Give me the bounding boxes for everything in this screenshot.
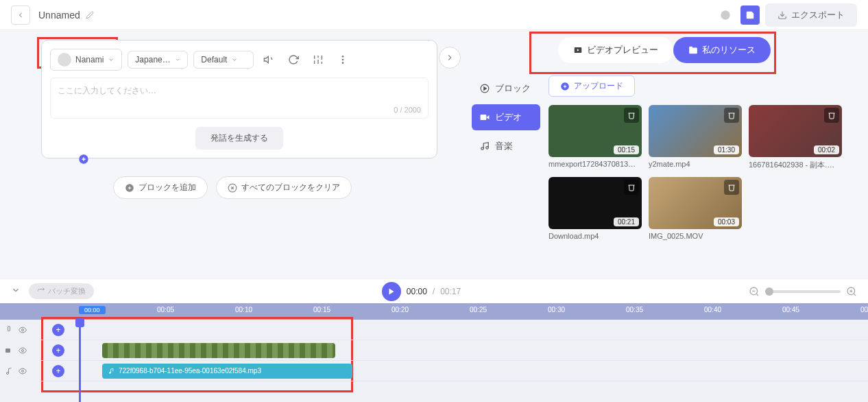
eye-icon[interactable]: [18, 326, 27, 334]
time-current: 00:00: [407, 287, 427, 296]
svg-line-27: [756, 294, 758, 296]
trash-icon: [727, 183, 736, 191]
svg-line-30: [854, 294, 856, 296]
track-video[interactable]: +: [41, 340, 868, 361]
batch-convert-button[interactable]: バッチ変換: [29, 283, 94, 299]
download-icon: [777, 10, 787, 20]
speaker-button[interactable]: [259, 50, 278, 69]
project-title: Unnamed: [38, 10, 80, 21]
clear-blocks-button[interactable]: すべてのブロックをクリア: [216, 176, 352, 199]
eye-icon[interactable]: [18, 346, 27, 355]
back-button[interactable]: [11, 5, 30, 25]
svg-point-33: [22, 329, 24, 331]
delete-button[interactable]: [624, 108, 639, 123]
track-audio[interactable]: + 722f0968-b704-11ee-95ea-00163e02f584.m…: [41, 361, 868, 381]
expand-panel-button[interactable]: [439, 47, 461, 69]
svg-point-0: [721, 10, 730, 19]
svg-point-11: [342, 62, 344, 64]
export-button[interactable]: エクスポート: [765, 3, 857, 27]
delete-button[interactable]: [824, 108, 839, 123]
video-thumbnail[interactable]: 00:21 Download.mp4: [548, 177, 642, 240]
video-clip[interactable]: [102, 343, 335, 358]
trash-icon: [627, 111, 636, 119]
svg-point-22: [481, 147, 484, 150]
zoom-slider[interactable]: [765, 290, 841, 293]
music-icon: [480, 141, 490, 151]
add-clip-button[interactable]: +: [52, 344, 64, 357]
music-icon: [108, 368, 114, 375]
timeline-collapse-button[interactable]: [11, 285, 23, 298]
refresh-icon: [288, 54, 299, 65]
svg-marker-25: [389, 288, 394, 294]
more-button[interactable]: [333, 50, 352, 69]
save-button[interactable]: [740, 5, 760, 25]
svg-marker-20: [486, 115, 489, 119]
zoom-in-button[interactable]: [846, 286, 857, 297]
time-total: 00:17: [440, 287, 461, 296]
voice-selector[interactable]: Nanami: [50, 49, 122, 71]
video-thumbnail[interactable]: 00:02 1667816402938 - 副本.…: [749, 105, 842, 170]
ruler-tick: 00:05: [157, 306, 174, 314]
sidebar-item-music[interactable]: 音楽: [472, 133, 540, 159]
add-clip-button[interactable]: +: [52, 365, 64, 377]
play-button[interactable]: [382, 282, 401, 301]
duration-badge: 00:02: [814, 145, 839, 154]
text-input[interactable]: ここに入力してください… 0 / 2000: [50, 78, 429, 119]
svg-rect-34: [5, 348, 10, 353]
eye-icon[interactable]: [18, 367, 27, 375]
ruler-tick: 00:25: [470, 306, 487, 314]
ruler-tick: 00:35: [626, 306, 643, 314]
delete-button[interactable]: [624, 180, 639, 195]
ruler-tick: 00:15: [313, 306, 330, 314]
add-paragraph-button[interactable]: [78, 154, 89, 165]
delete-button[interactable]: [724, 108, 739, 123]
sidebar-video-label: ビデオ: [495, 111, 522, 123]
svg-marker-2: [265, 56, 269, 62]
ruler-tick: 00:50: [860, 306, 868, 314]
thumbnail-image: 00:21: [548, 177, 642, 229]
add-block-label: ブロックを追加: [138, 182, 196, 193]
video-thumbnail[interactable]: 00:03 IMG_0025.MOV: [649, 177, 742, 240]
video-thumbnail[interactable]: 00:15 mmexport17284370813…: [548, 105, 642, 170]
duration-badge: 00:03: [714, 217, 739, 226]
chevron-down-icon: [175, 56, 181, 63]
language-selector[interactable]: Japane…: [128, 51, 188, 69]
more-vertical-icon: [337, 54, 348, 65]
delete-button[interactable]: [724, 180, 739, 195]
add-block-button[interactable]: ブロックを追加: [113, 176, 208, 199]
thumbnail-name: IMG_0025.MOV: [649, 232, 742, 240]
duration-badge: 00:15: [614, 145, 639, 154]
pencil-icon: [86, 11, 94, 19]
upload-button[interactable]: アップロード: [548, 75, 635, 97]
audio-clip[interactable]: 722f0968-b704-11ee-95ea-00163e02f584.mp3: [102, 364, 352, 379]
add-clip-button[interactable]: +: [52, 324, 64, 336]
video-thumbnail[interactable]: 01:30 y2mate.mp4: [649, 105, 742, 170]
ruler-tick: 00:20: [391, 306, 409, 314]
chevron-right-icon: [445, 53, 455, 62]
thumbnail-image: 01:30: [649, 105, 742, 157]
music-icon: [4, 367, 14, 375]
sidebar-item-video[interactable]: ビデオ: [472, 104, 540, 130]
voice-avatar: [58, 53, 71, 67]
char-counter: 0 / 2000: [394, 106, 421, 114]
settings-button[interactable]: [309, 50, 328, 69]
style-value: Default: [201, 55, 227, 64]
generate-button[interactable]: 発話を生成する: [195, 127, 283, 150]
time-sep: /: [433, 287, 435, 296]
style-selector[interactable]: Default: [193, 51, 254, 69]
save-icon: [745, 10, 755, 20]
info-button[interactable]: [716, 5, 735, 25]
ruler-tick: 00:30: [548, 306, 565, 314]
plus-circle-icon: [560, 82, 570, 91]
speaker-icon: [263, 54, 274, 65]
sidebar-item-block[interactable]: ブロック: [472, 75, 540, 102]
timeline-tracks: + + + 722f0968-b704-11ee-95ea-00163e02f5…: [0, 320, 868, 402]
track-voice[interactable]: +: [41, 320, 868, 340]
zoom-out-button[interactable]: [749, 286, 760, 297]
refresh-button[interactable]: [284, 50, 303, 69]
swap-icon: [37, 287, 45, 296]
playhead[interactable]: [79, 320, 81, 402]
thumbnail-name: 1667816402938 - 副本.…: [749, 160, 842, 170]
ruler-tick: 00:45: [782, 306, 799, 314]
edit-title-button[interactable]: [86, 11, 94, 19]
